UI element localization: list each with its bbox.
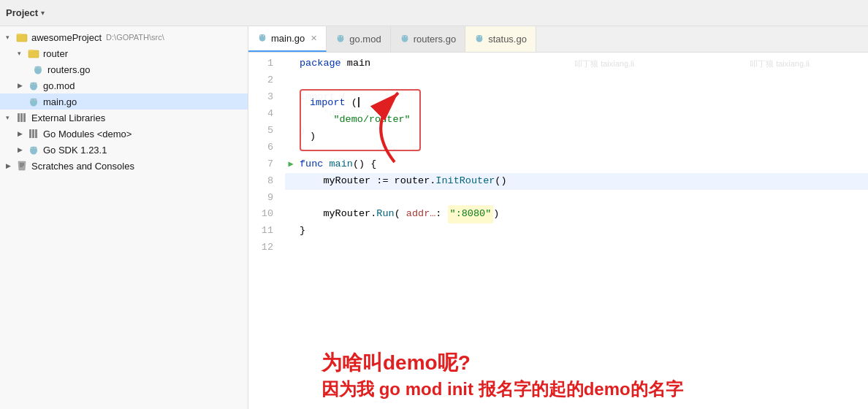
sidebar-item-label: Scratches and Consoles	[31, 161, 134, 172]
tab-label: status.go	[488, 34, 527, 45]
svg-rect-27	[32, 129, 34, 138]
code-editor-area[interactable]: 1 2 3 4 5 6 7 8 9 10 11 12	[248, 53, 868, 409]
gopher-icon	[32, 64, 44, 75]
scratches-icon	[16, 160, 28, 172]
expand-arrow-icon: ▶	[18, 82, 25, 89]
sidebar-item-path: D:\GOPATH\src\	[106, 33, 164, 42]
svg-rect-1	[28, 50, 39, 58]
tab-routers-go[interactable]: routers.go	[391, 26, 466, 52]
svg-point-21	[31, 100, 32, 101]
code-line-5: )	[285, 123, 868, 139]
folder-icon	[16, 31, 28, 43]
svg-point-65	[478, 36, 479, 37]
project-label: Project	[6, 7, 38, 18]
close-tab-icon[interactable]: ✕	[311, 34, 317, 43]
svg-rect-24	[20, 113, 23, 122]
library-icon	[28, 128, 39, 139]
top-bar: Project ▾	[0, 0, 868, 26]
sidebar-item-awesome-project[interactable]: ▾ awesomeProject D:\GOPATH\src\	[0, 29, 248, 45]
svg-point-15	[35, 84, 36, 85]
gopher-icon	[28, 80, 39, 91]
svg-point-14	[31, 84, 32, 85]
sidebar-item-label: main.go	[43, 96, 77, 107]
code-line-3: import (	[285, 89, 868, 106]
run-button[interactable]: ▶	[285, 158, 297, 170]
tab-main-go[interactable]: main.go ✕	[248, 26, 327, 52]
code-line-7: ▶ func main() {	[285, 156, 868, 173]
code-line-10: myRouter.Run( addr…: ":8080")	[285, 206, 868, 223]
sidebar-item-label: router	[43, 48, 68, 59]
tab-label: routers.go	[414, 34, 457, 45]
sidebar-item-label: External Libraries	[31, 112, 105, 123]
svg-point-66	[481, 36, 481, 37]
gopher-icon	[28, 144, 39, 156]
annotation-line2: 因为我 go mod init 报名字的起的demo的名字	[321, 377, 683, 402]
annotation-text: 为啥叫demo呢? 因为我 go mod init 报名字的起的demo的名字	[321, 348, 683, 402]
gopher-icon	[474, 33, 484, 45]
annotation-line1: 为啥叫demo呢?	[321, 348, 683, 377]
expand-arrow-icon: ▾	[18, 50, 25, 57]
expand-arrow-icon: ▶	[18, 130, 25, 137]
svg-point-59	[406, 36, 407, 37]
chevron-down-icon: ▾	[41, 9, 45, 17]
svg-rect-25	[23, 113, 26, 122]
sidebar-item-go-mod[interactable]: ▶ go.mod	[0, 77, 248, 93]
sidebar-item-main-go[interactable]: main.go	[0, 93, 248, 110]
svg-point-35	[35, 148, 36, 149]
expand-arrow-icon: ▾	[6, 114, 13, 121]
sidebar-item-label: Go Modules <demo>	[43, 129, 132, 139]
sidebar-item-label: awesomeProject	[31, 32, 102, 43]
sidebar: ▾ awesomeProject D:\GOPATH\src\ ▾ router	[0, 26, 248, 409]
svg-rect-26	[29, 129, 31, 138]
sidebar-item-routers-go[interactable]: routers.go	[0, 61, 248, 77]
sidebar-item-scratches[interactable]: ▶ Scratches and Consoles	[0, 158, 248, 174]
gopher-icon	[257, 32, 267, 45]
svg-point-34	[31, 148, 32, 149]
folder-icon	[28, 47, 39, 59]
expand-arrow-icon: ▶	[6, 162, 13, 169]
svg-point-58	[403, 36, 403, 37]
gopher-icon	[28, 96, 39, 107]
sidebar-item-go-sdk[interactable]: ▶ Go SDK 1.23.1	[0, 142, 248, 158]
tab-label: main.go	[271, 33, 305, 44]
svg-rect-0	[17, 34, 27, 42]
tabs-bar: main.go ✕ go.mod	[248, 26, 868, 53]
svg-point-51	[339, 36, 340, 37]
code-line-12	[285, 240, 868, 256]
code-line-4: "demo/router"	[285, 106, 868, 123]
sidebar-item-external-libraries[interactable]: ▾ External Libraries	[0, 110, 248, 126]
code-line-6	[285, 139, 868, 156]
code-editor: 1 2 3 4 5 6 7 8 9 10 11 12	[248, 53, 868, 259]
sidebar-item-label: routers.go	[47, 64, 91, 75]
code-line-8: myRouter := router.InitRouter()	[285, 173, 868, 190]
code-line-2	[285, 72, 868, 89]
tab-label: go.mod	[349, 34, 381, 45]
svg-point-45	[264, 35, 264, 36]
sidebar-item-label: Go SDK 1.23.1	[43, 145, 107, 156]
svg-rect-28	[35, 129, 37, 138]
sidebar-item-label: go.mod	[43, 80, 75, 91]
tab-status-go[interactable]: status.go	[465, 26, 536, 52]
tab-go-mod[interactable]: go.mod	[327, 26, 390, 52]
library-icon	[16, 112, 28, 123]
svg-point-8	[39, 68, 40, 69]
sidebar-item-router[interactable]: ▾ router	[0, 45, 248, 61]
line-numbers: 1 2 3 4 5 6 7 8 9 10 11 12	[248, 56, 285, 256]
svg-rect-23	[18, 113, 20, 122]
sidebar-item-go-modules[interactable]: ▶ Go Modules <demo>	[0, 126, 248, 142]
main-layout: ▾ awesomeProject D:\GOPATH\src\ ▾ router	[0, 26, 868, 409]
editor-area: main.go ✕ go.mod	[248, 26, 868, 409]
expand-arrow-icon: ▶	[18, 146, 25, 153]
code-line-9	[285, 190, 868, 207]
code-line-1: package main	[285, 56, 868, 72]
svg-point-52	[342, 36, 343, 37]
code-lines: package main import ( "demo/rou	[285, 56, 868, 256]
svg-point-44	[261, 35, 262, 36]
expand-arrow-icon: ▾	[6, 34, 13, 41]
gopher-icon	[400, 33, 410, 45]
gopher-icon	[335, 33, 346, 45]
code-line-11: }	[285, 223, 868, 240]
svg-point-7	[36, 68, 37, 69]
svg-point-22	[35, 100, 36, 101]
